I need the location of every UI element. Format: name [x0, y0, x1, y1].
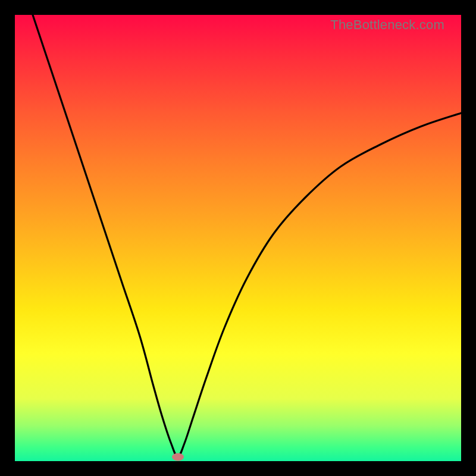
minimum-marker	[172, 453, 184, 461]
curve-svg	[15, 15, 461, 461]
chart-frame: TheBottleneck.com	[0, 0, 476, 476]
plot-area: TheBottleneck.com	[15, 15, 461, 461]
bottleneck-curve	[33, 15, 461, 457]
